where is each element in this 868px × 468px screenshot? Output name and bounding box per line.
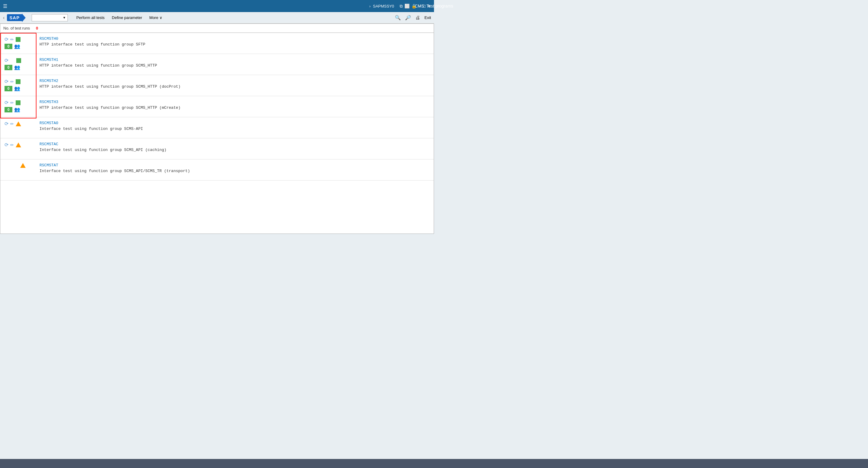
app-title: CMS: Test programs (415, 4, 434, 8)
test-name[interactable]: RSCMSTH0 (39, 36, 428, 41)
orange-triangle-icon (16, 143, 21, 147)
clock-icon[interactable]: ⟳ (4, 79, 8, 84)
back-button[interactable]: ‹ (3, 15, 4, 21)
test-runs-label: No. of test runs (3, 26, 30, 30)
window-copy-icon[interactable]: ⧉ (400, 4, 403, 9)
test-desc: Interface test using function group SCMS… (39, 127, 428, 131)
test-desc: Interface test using function group SCMS… (39, 169, 428, 173)
clock-icon[interactable]: ⟳ (4, 100, 8, 105)
clock-icon[interactable]: ⟳ (4, 142, 8, 148)
row-content-rscmstac: RSCMSTAC Interface test using function g… (36, 141, 431, 153)
row-icons-rscmstac: ⟳ ✏ (3, 141, 36, 150)
test-name[interactable]: RSCMSTA0 (39, 121, 428, 125)
row-icons-top: ⟳ ✏ (4, 100, 35, 105)
clock-icon[interactable]: ⟳ (4, 36, 8, 42)
title-bar-left: ☰ (3, 3, 7, 9)
people-icon[interactable]: 👥 (14, 64, 20, 70)
green-square-icon (16, 79, 21, 84)
nav-dropdown[interactable]: ▼ (32, 14, 68, 22)
people-icon[interactable]: 👥 (14, 43, 20, 49)
row-content-rscmsth3: RSCMSTH3 HTTP interface test using funct… (36, 98, 431, 111)
sap-logo-area: SAP (7, 13, 26, 22)
breadcrumb-arrow: › (369, 4, 370, 8)
test-desc: HTTP interface test using function group… (39, 84, 428, 89)
row-icons-top: ⟳ ✏ (4, 121, 35, 127)
orange-triangle-icon (16, 121, 21, 126)
exit-button[interactable]: Exit (424, 15, 431, 20)
row-icons-top: ⟳ (4, 58, 35, 63)
row-icons-rscmsta0: ⟳ ✏ (3, 120, 36, 129)
chevron-down-icon: ▼ (63, 16, 66, 19)
row-icons-bottom: 0 👥 (4, 64, 35, 70)
row-icons-rscmsth1: ⟳ 0 👥 (3, 56, 36, 71)
pencil-icon[interactable]: ✏ (10, 37, 14, 42)
search-icon[interactable]: 🔍 (395, 15, 401, 21)
count-badge: 0 (4, 86, 12, 91)
green-square-icon (16, 100, 21, 105)
print-icon[interactable]: 🖨 (415, 15, 420, 21)
pencil-icon[interactable]: ✏ (10, 100, 14, 105)
green-square-icon (16, 58, 21, 63)
table-row: RSCMSTAT Interface test using function g… (0, 159, 434, 181)
row-icons-rscmsth3: ⟳ ✏ 0 👥 (3, 98, 36, 114)
row-icons-bottom: 0 👥 (4, 107, 35, 113)
test-name[interactable]: RSCMSTAT (39, 163, 428, 167)
test-name[interactable]: RSCMSTH3 (39, 100, 428, 104)
test-desc: HTTP interface test using function group… (39, 63, 428, 68)
table-row: ⟳ ✏ 0 👥 RSCMSTH0 HTTP interface test usi… (0, 33, 434, 54)
system-name: SAPMSSY0 (373, 4, 394, 8)
row-icons-rscmsth2: ⟳ ✏ 0 👥 (3, 77, 36, 93)
row-content-rscmstat: RSCMSTAT Interface test using function g… (36, 162, 431, 175)
row-icons-top: ⟳ ✏ (4, 36, 35, 42)
row-icons-top (4, 163, 35, 168)
sap-triangle (22, 13, 26, 22)
search-custom-icon[interactable]: 🔎 (405, 15, 411, 21)
pencil-icon[interactable]: ✏ (10, 143, 14, 147)
define-parameter-menu-item[interactable]: Define parameter (108, 12, 146, 24)
test-desc: HTTP interface test using function group… (39, 105, 428, 110)
main-content: ⟳ ✏ 0 👥 RSCMSTH0 HTTP interface test usi… (0, 33, 434, 234)
test-desc: Interface test using function group SCMS… (39, 148, 428, 152)
row-icons-top: ⟳ ✏ (4, 142, 35, 148)
window-type-icon[interactable]: ⬜ (404, 4, 410, 9)
nav-bar: ‹ SAP ▼ Perform all tests Define paramet… (0, 12, 434, 24)
row-content-rscmsth1: RSCMSTH1 HTTP interface test using funct… (36, 56, 431, 69)
test-name[interactable]: RSCMSTAC (39, 142, 428, 147)
green-square-icon (16, 37, 21, 42)
title-text: CMS: Test programs (415, 4, 434, 8)
title-bar: ☰ CMS: Test programs › SAPMSSY0 ⧉ ⬜ 🔒 ─ … (0, 0, 434, 12)
people-icon[interactable]: 👥 (14, 86, 20, 91)
row-icons-bottom: 0 👥 (4, 86, 35, 91)
test-name[interactable]: RSCMSTH1 (39, 58, 428, 62)
hamburger-icon[interactable]: ☰ (3, 3, 7, 9)
clock-icon[interactable]: ⟳ (4, 58, 8, 63)
perform-all-tests-label: Perform all tests (76, 15, 104, 20)
sap-text: SAP (7, 14, 22, 21)
row-icons-rscmstat (3, 162, 36, 170)
count-badge: 0 (4, 65, 12, 70)
pencil-icon[interactable]: ✏ (10, 121, 14, 126)
orange-triangle-icon (20, 163, 26, 168)
perform-all-tests-menu-item[interactable]: Perform all tests (73, 12, 108, 24)
test-name[interactable]: RSCMSTH2 (39, 79, 428, 83)
row-content-rscmsta0: RSCMSTA0 Interface test using function g… (36, 120, 431, 132)
table-row: ⟳ 0 👥 RSCMSTH1 HTTP interface test using… (0, 54, 434, 75)
table-row: ⟳ ✏ 0 👥 RSCMSTH2 HTTP interface test usi… (0, 75, 434, 96)
table-row: ⟳ ✏ RSCMSTAC Interface test using functi… (0, 138, 434, 159)
row-icons-bottom: 0 👥 (4, 43, 35, 49)
clock-icon[interactable]: ⟳ (4, 121, 8, 127)
pencil-icon[interactable]: ✏ (10, 79, 14, 84)
people-icon[interactable]: 👥 (14, 107, 20, 113)
table-row: ⟳ ✏ RSCMSTA0 Interface test using functi… (0, 117, 434, 138)
table-row: ⟳ ✏ 0 👥 RSCMSTH3 HTTP interface test usi… (0, 96, 434, 117)
test-rows-container: ⟳ ✏ 0 👥 RSCMSTH0 HTTP interface test usi… (0, 33, 434, 181)
more-chevron-icon: ∨ (159, 15, 162, 20)
status-bar-top: No. of test runs 0 (0, 24, 434, 33)
nav-menu-items: Perform all tests Define parameter More … (73, 12, 166, 24)
row-content-rscmsth0: RSCMSTH0 HTTP interface test using funct… (36, 35, 431, 48)
test-runs-count: 0 (36, 26, 38, 30)
count-badge: 0 (4, 44, 12, 49)
more-menu-item[interactable]: More ∨ (146, 12, 166, 24)
nav-right-icons: 🔍 🔎 🖨 Exit (395, 15, 431, 21)
row-content-rscmsth2: RSCMSTH2 HTTP interface test using funct… (36, 77, 431, 90)
